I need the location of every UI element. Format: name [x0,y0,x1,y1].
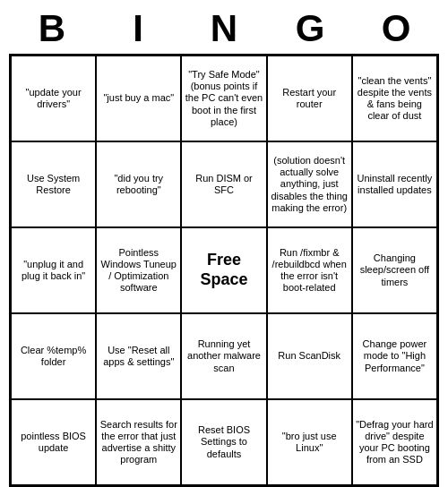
bingo-cell-6[interactable]: "did you try rebooting" [96,141,181,227]
bingo-cell-5[interactable]: Use System Restore [11,141,96,227]
bingo-cell-18[interactable]: Run ScanDisk [267,313,352,399]
bingo-cell-22[interactable]: Reset BIOS Settings to defaults [181,399,266,485]
bingo-cell-9[interactable]: Uninstall recently installed updates [352,141,437,227]
bingo-cell-1[interactable]: "just buy a mac" [96,56,181,141]
bingo-cell-11[interactable]: Pointless Windows Tuneup / Optimization … [96,227,181,313]
bingo-cell-3[interactable]: Restart your router [267,56,352,141]
bingo-cell-14[interactable]: Changing sleep/screen off timers [352,227,437,313]
bingo-cell-16[interactable]: Use "Reset all apps & settings" [96,313,181,399]
bingo-cell-19[interactable]: Change power mode to "High Performance" [352,313,437,399]
bingo-cell-12[interactable]: Free Space [181,227,266,313]
bingo-cell-23[interactable]: "bro just use Linux" [267,399,352,485]
bingo-cell-21[interactable]: Search results for the error that just a… [96,399,181,485]
letter-g: G [267,7,353,50]
letter-b: B [9,7,95,50]
bingo-cell-10[interactable]: "unplug it and plug it back in" [11,227,96,313]
bingo-cell-7[interactable]: Run DISM or SFC [181,141,266,227]
letter-o: O [353,7,439,50]
bingo-title: B I N G O [9,0,439,54]
bingo-cell-2[interactable]: "Try Safe Mode" (bonus points if the PC … [181,56,266,141]
bingo-cell-13[interactable]: Run /fixmbr & /rebuildbcd when the error… [267,227,352,313]
bingo-cell-17[interactable]: Running yet another malware scan [181,313,266,399]
bingo-cell-8[interactable]: (solution doesn't actually solve anythin… [267,141,352,227]
bingo-cell-20[interactable]: pointless BIOS update [11,399,96,485]
bingo-cell-0[interactable]: "update your drivers" [11,56,96,141]
bingo-cell-4[interactable]: "clean the vents" despite the vents & fa… [352,56,437,141]
bingo-grid: "update your drivers""just buy a mac""Tr… [9,54,439,487]
bingo-cell-24[interactable]: "Defrag your hard drive" despite your PC… [352,399,437,485]
letter-i: I [95,7,181,50]
letter-n: N [181,7,267,50]
bingo-cell-15[interactable]: Clear %temp% folder [11,313,96,399]
